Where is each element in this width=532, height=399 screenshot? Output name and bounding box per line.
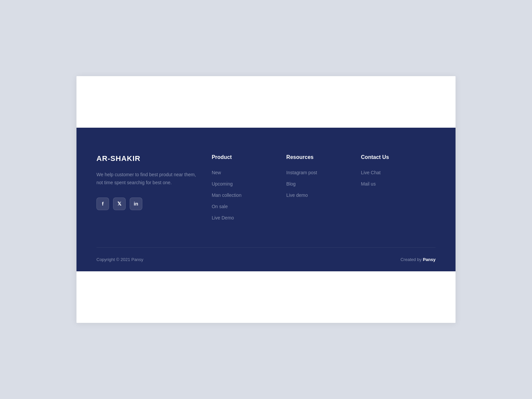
contact-col-links: Live Chat Mail us (361, 170, 429, 187)
footer: AR-SHAKIR We help customer to find best … (76, 128, 456, 271)
created-by-text: Created by Pansy (400, 257, 436, 262)
product-link-man-collection[interactable]: Man collection (212, 193, 242, 198)
list-item: On sale (212, 203, 280, 209)
product-col-title: Product (212, 154, 280, 160)
list-item: Live Chat (361, 170, 429, 176)
contact-col-title: Contact Us (361, 154, 429, 160)
list-item: Live demo (286, 192, 354, 198)
footer-product-col: Product New Upcoming Man collection On s… (212, 154, 286, 221)
contact-link-mail-us[interactable]: Mail us (361, 181, 376, 187)
list-item: Live Demo (212, 215, 280, 221)
footer-resources-col: Resources Instagram post Blog Live demo (286, 154, 361, 221)
brand-description: We help customer to find best produt nea… (96, 171, 199, 187)
list-item: Upcoming (212, 181, 280, 187)
footer-bottom: Copyright © 2021 Pansy Created by Pansy (96, 247, 436, 271)
list-item: Blog (286, 181, 354, 187)
footer-main: AR-SHAKIR We help customer to find best … (96, 154, 436, 247)
brand-name: AR-SHAKIR (96, 154, 199, 163)
product-link-upcoming[interactable]: Upcoming (212, 181, 233, 187)
created-by-brand: Pansy (423, 257, 436, 262)
twitter-icon[interactable]: 𝕏 (113, 198, 126, 210)
list-item: Mail us (361, 181, 429, 187)
footer-contact-col: Contact Us Live Chat Mail us (361, 154, 436, 221)
top-white-section (76, 76, 456, 128)
list-item: Man collection (212, 192, 280, 198)
list-item: Instagram post (286, 170, 354, 176)
product-col-links: New Upcoming Man collection On sale Live… (212, 170, 280, 221)
product-link-live-demo[interactable]: Live Demo (212, 215, 234, 220)
facebook-icon[interactable]: f (96, 198, 109, 210)
bottom-white-section (76, 271, 456, 323)
resources-link-instagram[interactable]: Instagram post (286, 170, 317, 175)
list-item: New (212, 170, 280, 176)
resources-link-live-demo[interactable]: Live demo (286, 193, 308, 198)
social-icons-group: f 𝕏 in (96, 198, 199, 210)
product-link-new[interactable]: New (212, 170, 221, 175)
resources-col-title: Resources (286, 154, 354, 160)
resources-link-blog[interactable]: Blog (286, 181, 296, 187)
product-link-on-sale[interactable]: On sale (212, 204, 228, 209)
copyright-text: Copyright © 2021 Pansy (96, 257, 143, 262)
contact-link-live-chat[interactable]: Live Chat (361, 170, 381, 175)
footer-brand-col: AR-SHAKIR We help customer to find best … (96, 154, 212, 221)
page-container: AR-SHAKIR We help customer to find best … (76, 76, 456, 323)
resources-col-links: Instagram post Blog Live demo (286, 170, 354, 198)
linkedin-icon[interactable]: in (130, 198, 142, 210)
